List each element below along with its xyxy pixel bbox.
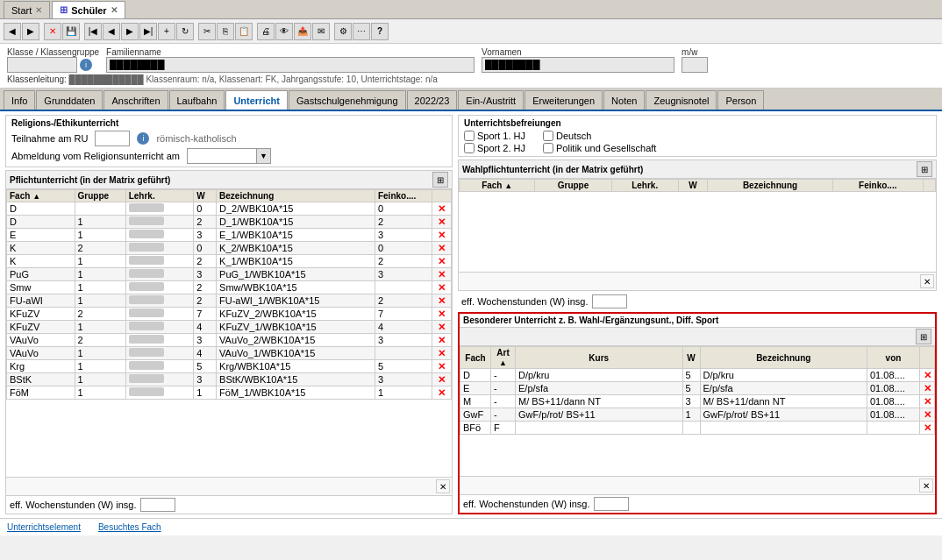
klasse-info-icon[interactable]: i [80, 59, 92, 71]
pflicht-del-btn[interactable]: ✕ [436, 216, 448, 228]
toolbar-cut[interactable]: ✂ [198, 23, 216, 40]
checkbox-sport1-input[interactable] [464, 131, 475, 141]
toolbar-first[interactable]: |◀ [84, 23, 102, 40]
pflicht-row[interactable]: K 1 2 K_1/WBK10A*15 2 ✕ [7, 255, 452, 268]
besonder-row[interactable]: M - M/ BS+11/dann NT 3 M/ BS+11/dann NT … [460, 395, 935, 408]
pflicht-del-btn[interactable]: ✕ [436, 373, 448, 386]
toolbar-help[interactable]: ? [371, 23, 389, 40]
tab-start[interactable]: Start ✕ [4, 1, 50, 18]
toolbar-save[interactable]: 💾 [62, 23, 80, 40]
toolbar-delete[interactable]: ✕ [44, 23, 61, 40]
tab-schueler-close[interactable]: ✕ [111, 5, 118, 15]
tab-noten[interactable]: Noten [603, 90, 645, 110]
tab-start-close[interactable]: ✕ [35, 5, 42, 15]
pflicht-del-btn[interactable]: ✕ [436, 202, 448, 215]
col-fach[interactable]: Fach ▲ [7, 190, 75, 202]
be-col-kurs[interactable]: Kurs [516, 347, 683, 369]
wp-col-feinko[interactable]: Feinko.... [832, 180, 923, 192]
be-col-art[interactable]: Art ▲ [491, 347, 516, 369]
toolbar-fwd[interactable]: ▶ [22, 23, 39, 40]
pflicht-row[interactable]: BStK 1 3 BStK/WBK10A*15 3 ✕ [7, 373, 452, 386]
pflicht-row[interactable]: FU-aWI 1 2 FU-aWI_1/WBK10A*15 2 ✕ [7, 294, 452, 308]
col-lehrk[interactable]: Lehrk. [125, 190, 194, 202]
col-w[interactable]: W [194, 190, 217, 202]
tab-einaustritt[interactable]: Ein-/Austritt [458, 90, 524, 110]
besonder-delete-icon[interactable]: ✕ [919, 478, 933, 493]
pflicht-row[interactable]: E 1 3 E_1/WBK10A*15 3 ✕ [7, 229, 452, 242]
toolbar-settings[interactable]: ⚙ [334, 23, 352, 40]
tab-laufbahn[interactable]: Laufbahn [169, 90, 225, 110]
wst-besonder-input[interactable]: 14 [594, 497, 629, 511]
pflicht-row[interactable]: PuG 1 3 PuG_1/WBK10A*15 3 ✕ [7, 268, 452, 281]
pflicht-del-btn[interactable]: ✕ [436, 242, 448, 254]
col-feinko[interactable]: Feinko.... [375, 190, 432, 202]
teilnahme-input[interactable]: RK [95, 131, 130, 146]
checkbox-politik[interactable]: Politik und Gesellschaft [543, 143, 656, 153]
besonder-row[interactable]: BFö F ✕ [460, 422, 935, 435]
tab-person[interactable]: Person [717, 90, 764, 110]
wst-left-input[interactable]: 39 [140, 498, 175, 512]
pflicht-row[interactable]: D 0 D_2/WBK10A*15 0 ✕ [7, 202, 452, 216]
be-col-w[interactable]: W [682, 347, 700, 369]
tab-schueler[interactable]: ⊞ Schüler ✕ [52, 1, 125, 18]
toolbar-export[interactable]: 📤 [294, 23, 311, 40]
wahlpflicht-add-btn[interactable]: ⊞ [917, 161, 932, 177]
pflicht-del-btn[interactable]: ✕ [436, 347, 448, 359]
pflicht-del-btn[interactable]: ✕ [436, 321, 448, 333]
vorname-input[interactable] [482, 57, 674, 73]
checkbox-deutsch-input[interactable] [543, 131, 553, 141]
besonder-del-btn[interactable]: ✕ [921, 422, 933, 434]
checkbox-deutsch[interactable]: Deutsch [543, 131, 591, 141]
besonder-add-btn[interactable]: ⊞ [916, 329, 931, 344]
checkbox-sport1[interactable]: Sport 1. HJ [464, 131, 525, 141]
be-col-bezeichnung[interactable]: Bezeichnung [700, 347, 867, 369]
pflicht-del-btn[interactable]: ✕ [436, 334, 448, 346]
pflicht-row[interactable]: FöM 1 1 FöM_1/WBK10A*15 1 ✕ [7, 386, 452, 400]
pflicht-row[interactable]: Krg 1 5 Krg/WBK10A*15 5 ✕ [7, 360, 452, 373]
pflicht-row[interactable]: Smw 1 2 Smw/WBK10A*15 ✕ [7, 281, 452, 294]
besonder-del-btn[interactable]: ✕ [921, 369, 933, 381]
wp-col-gruppe[interactable]: Gruppe [535, 180, 611, 192]
tab-2022[interactable]: 2022/23 [407, 90, 458, 110]
wp-col-fach[interactable]: Fach ▲ [460, 180, 535, 192]
pflicht-row[interactable]: KFuZV 1 4 KFuZV_1/WBK10A*15 4 ✕ [7, 321, 452, 334]
checkbox-politik-input[interactable] [543, 143, 553, 153]
religion-info-icon[interactable]: i [137, 132, 149, 145]
pflicht-add-btn[interactable]: ⊞ [432, 172, 448, 188]
tab-info[interactable]: Info [4, 90, 35, 110]
besonder-del-btn[interactable]: ✕ [921, 382, 933, 394]
pflicht-row[interactable]: VAuVo 1 4 VAuVo_1/WBK10A*15 ✕ [7, 347, 452, 360]
besonder-row[interactable]: E - E/p/sfa 5 E/p/sfa 01.08.... ✕ [460, 382, 935, 395]
be-col-von[interactable]: von [867, 347, 920, 369]
toolbar-last[interactable]: ▶| [139, 23, 157, 40]
wp-col-bezeichnung[interactable]: Bezeichnung [708, 180, 832, 192]
tab-unterricht[interactable]: Unterricht [225, 90, 288, 110]
toolbar-paste[interactable]: 📋 [235, 23, 253, 40]
toolbar-refresh[interactable]: ↻ [176, 23, 194, 40]
pflicht-del-btn[interactable]: ✕ [436, 255, 448, 267]
col-bezeichnung[interactable]: Bezeichnung [217, 190, 375, 202]
mw-input[interactable]: W [682, 57, 708, 73]
besuchtes-fach-link[interactable]: Besuchtes Fach [98, 522, 161, 532]
toolbar-new[interactable]: + [158, 23, 175, 40]
toolbar-next[interactable]: ▶ [121, 23, 139, 40]
tab-zeugnisnotel[interactable]: Zeugnisnotel [646, 90, 717, 110]
pflicht-del-btn[interactable]: ✕ [436, 360, 448, 372]
tab-gastschul[interactable]: Gastschulgenehmigung [289, 90, 406, 110]
toolbar-send[interactable]: ✉ [312, 23, 330, 40]
toolbar-back[interactable]: ◀ [4, 23, 21, 40]
pflicht-row[interactable]: VAuVo 2 3 VAuVo_2/WBK10A*15 3 ✕ [7, 334, 452, 347]
pflicht-row[interactable]: K 2 0 K_2/WBK10A*15 0 ✕ [7, 242, 452, 255]
klasse-input[interactable] [7, 57, 77, 73]
pflicht-row[interactable]: KFuZV 2 7 KFuZV_2/WBK10A*15 7 ✕ [7, 308, 452, 321]
toolbar-filter[interactable]: ⋯ [353, 23, 370, 40]
pflicht-del-btn[interactable]: ✕ [436, 268, 448, 280]
checkbox-sport2[interactable]: Sport 2. HJ [464, 143, 525, 153]
col-gruppe[interactable]: Gruppe [75, 190, 125, 202]
pflicht-del-btn[interactable]: ✕ [436, 308, 448, 320]
besonder-row[interactable]: GwF - GwF/p/rot/ BS+11 1 GwF/p/rot/ BS+1… [460, 408, 935, 422]
toolbar-prev[interactable]: ◀ [103, 23, 120, 40]
toolbar-print[interactable]: 🖨 [257, 23, 275, 40]
wst-right-input[interactable] [592, 294, 627, 308]
besonder-row[interactable]: D - D/p/kru 5 D/p/kru 01.08.... ✕ [460, 369, 935, 382]
